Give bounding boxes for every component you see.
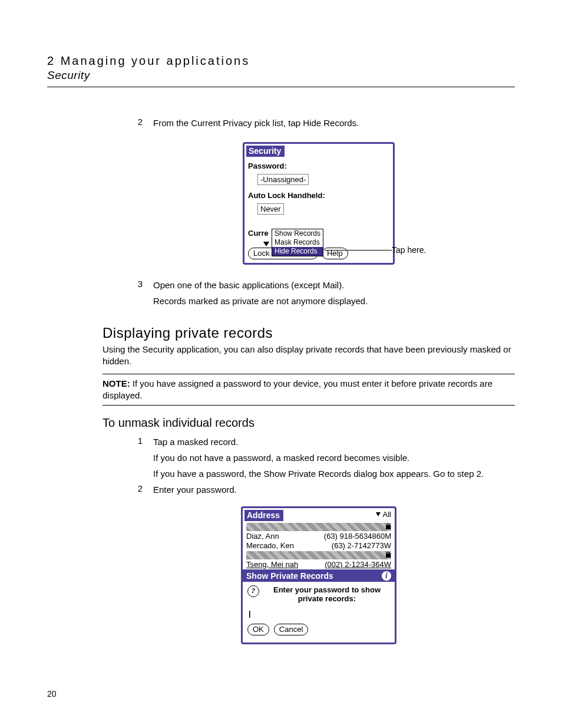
picklist-show[interactable]: Show Records	[272, 229, 323, 238]
step-number: 2	[123, 117, 153, 133]
callout-tap-here: Tap here.	[392, 245, 426, 255]
note-text: NOTE: If you have assigned a password to…	[103, 378, 515, 402]
app-title: Security	[246, 146, 285, 157]
subsection-heading: Displaying private records	[103, 325, 515, 341]
privacy-picklist[interactable]: Show Records Mask Records Hide Records	[272, 229, 323, 256]
ok-button[interactable]: OK	[247, 624, 269, 635]
step-number: 1	[123, 436, 153, 483]
question-icon: ?	[247, 585, 259, 597]
step-text: Tap a masked record.	[153, 436, 515, 448]
step-text: Open one of the basic applications (exce…	[153, 279, 515, 291]
cancel-button[interactable]: Cancel	[274, 624, 308, 635]
contact-phone: (63) 918-5634860M	[324, 532, 391, 541]
step-number: 3	[123, 279, 153, 311]
header-rule	[47, 87, 515, 87]
contact-name: Tseng, Mei nah	[246, 560, 298, 569]
security-screenshot: Security Password: -Unassigned- Auto Loc…	[243, 142, 395, 265]
info-icon[interactable]: i	[382, 571, 391, 581]
dialog-title: Show Private Records	[246, 571, 333, 581]
dropdown-icon	[263, 242, 269, 246]
step-text: If you do not have a password, a masked …	[153, 452, 515, 464]
body-text: Using the Security application, you can …	[103, 344, 515, 368]
dialog-message: Enter your password to show private reco…	[264, 585, 390, 603]
procedure-heading: To unmask individual records	[103, 416, 515, 430]
note-label: NOTE:	[103, 378, 130, 388]
step-text: If you have a password, the Show Private…	[153, 467, 515, 480]
address-row[interactable]: Diaz, Ann (63) 918-5634860M	[246, 532, 391, 541]
contact-phone: (002) 2-1234-364W	[325, 560, 391, 569]
contact-name: Diaz, Ann	[246, 532, 279, 541]
section-heading: Security	[47, 69, 515, 82]
address-screenshot: Address All Diaz, Ann (63) 918-5634860M …	[241, 506, 396, 644]
note-rule	[103, 374, 515, 374]
step-text: From the Current Privacy pick list, tap …	[153, 117, 515, 129]
masked-record[interactable]	[246, 523, 391, 531]
autolock-label: Auto Lock Handheld:	[248, 191, 389, 200]
app-title: Address	[244, 510, 283, 521]
picklist-hide[interactable]: Hide Records	[272, 247, 323, 256]
contact-name: Mercado, Ken	[246, 541, 294, 551]
chapter-heading: 2 Managing your applications	[47, 54, 515, 68]
masked-record[interactable]	[246, 551, 391, 559]
autolock-field[interactable]: Never	[257, 203, 284, 215]
note-rule	[103, 405, 515, 406]
step-text: Records marked as private are not anymor…	[153, 295, 515, 307]
password-field[interactable]: -Unassigned-	[257, 174, 309, 185]
password-label: Password:	[248, 162, 389, 170]
lock-icon	[385, 552, 391, 558]
contact-phone: (63) 2-7142773W	[332, 541, 391, 551]
lock-icon	[385, 523, 391, 529]
step-number: 2	[123, 483, 153, 499]
address-row[interactable]: Tseng, Mei nah (002) 2-1234-364W	[246, 560, 391, 569]
picklist-mask[interactable]: Mask Records	[272, 238, 323, 247]
page-number: 20	[47, 689, 57, 699]
curre-fragment: Curre	[248, 229, 269, 238]
step-text: Enter your password.	[153, 483, 515, 496]
password-input[interactable]: |	[249, 609, 390, 618]
address-row[interactable]: Mercado, Ken (63) 2-7142773W	[246, 541, 391, 551]
note-body: If you have assigned a password to your …	[103, 378, 492, 400]
help-button[interactable]: Help	[322, 248, 348, 259]
category-picker[interactable]: All	[376, 510, 391, 519]
